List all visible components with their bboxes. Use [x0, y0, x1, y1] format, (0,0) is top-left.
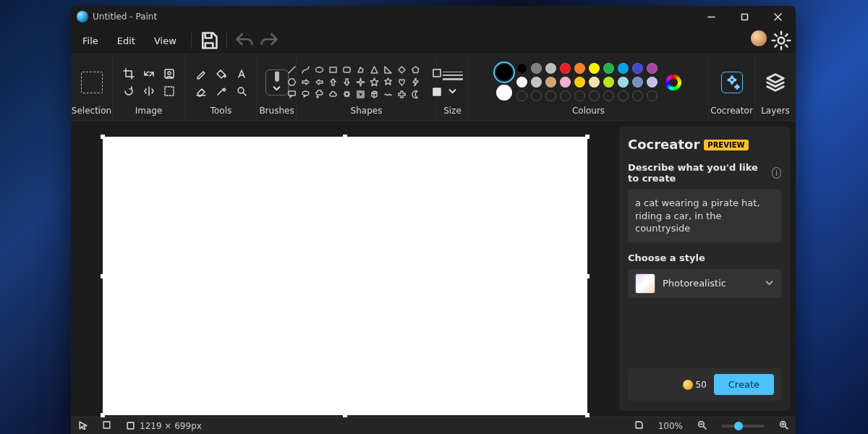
shape-curve[interactable] [301, 65, 311, 75]
flip-tool[interactable] [140, 83, 158, 99]
swatch[interactable] [618, 77, 629, 88]
rotate-tool[interactable] [119, 83, 138, 99]
maximize-button[interactable] [728, 6, 761, 27]
swatch[interactable] [574, 63, 585, 74]
zoom-out[interactable] [697, 420, 707, 432]
swatch[interactable] [574, 77, 585, 88]
shape-arrowl[interactable] [315, 77, 325, 88]
resize-tool[interactable] [140, 66, 158, 82]
redo-icon[interactable] [259, 30, 279, 51]
canvas[interactable] [103, 137, 587, 415]
swatch-empty[interactable] [560, 90, 571, 101]
swatch-empty[interactable] [618, 90, 629, 101]
swatch[interactable] [589, 63, 600, 74]
shape-oval[interactable] [315, 65, 325, 75]
shape-callround[interactable] [301, 90, 311, 100]
shape-arrowr[interactable] [301, 77, 311, 88]
swatch-empty[interactable] [647, 90, 658, 101]
swatch[interactable] [531, 77, 542, 88]
shape-callrect[interactable] [287, 90, 297, 100]
swatch[interactable] [647, 77, 658, 88]
save-status-icon [634, 420, 644, 432]
shape-diamond[interactable] [397, 65, 407, 75]
size-picker[interactable] [443, 69, 463, 95]
swatch-empty[interactable] [589, 90, 600, 101]
canvas-tool[interactable] [160, 83, 179, 99]
create-button[interactable]: Create [714, 374, 774, 395]
swatch-empty[interactable] [516, 90, 527, 101]
shape-bolt[interactable] [411, 77, 421, 88]
select-tool[interactable] [81, 72, 103, 93]
shape-tri[interactable] [370, 65, 380, 75]
shape-moon[interactable] [411, 90, 421, 100]
shape-poly[interactable] [356, 65, 366, 75]
swatch-empty[interactable] [574, 90, 585, 101]
style-picker[interactable]: Photorealistic [628, 269, 781, 298]
swatch-empty[interactable] [531, 90, 542, 101]
swatch[interactable] [545, 63, 556, 74]
swatch[interactable] [632, 77, 643, 88]
shape-star4[interactable] [356, 77, 366, 88]
menu-view[interactable]: View [147, 31, 184, 51]
shape-frame[interactable] [356, 90, 366, 100]
shapes-gallery[interactable] [287, 65, 422, 100]
shape-callcloud[interactable] [315, 90, 325, 100]
undo-icon[interactable] [234, 30, 255, 51]
menu-edit[interactable]: Edit [110, 31, 142, 51]
shape-arrowd[interactable] [342, 77, 352, 88]
shape-line[interactable] [287, 65, 297, 75]
swatch[interactable] [516, 77, 527, 88]
swatch[interactable] [560, 77, 571, 88]
shape-star6[interactable] [383, 77, 393, 88]
shape-rect[interactable] [328, 65, 339, 75]
swatch[interactable] [531, 63, 542, 74]
crop-tool[interactable] [119, 66, 138, 82]
shape-rtri[interactable] [383, 65, 393, 75]
zoom-in[interactable] [779, 420, 788, 432]
bg-remove-tool[interactable] [160, 66, 179, 82]
close-button[interactable] [761, 6, 794, 27]
shape-hex[interactable] [287, 77, 297, 88]
swatch[interactable] [603, 63, 614, 74]
layers-button[interactable] [765, 72, 786, 93]
shape-star5[interactable] [370, 77, 380, 88]
magnify-tool[interactable] [232, 83, 251, 99]
shape-wave[interactable] [383, 90, 393, 100]
color-primary[interactable] [496, 64, 512, 80]
prompt-input[interactable]: a cat wearing a pirate hat, riding a car… [628, 190, 781, 242]
settings-icon[interactable] [771, 30, 791, 51]
picker-tool[interactable] [212, 83, 231, 99]
shape-3d[interactable] [370, 90, 380, 100]
swatch[interactable] [618, 63, 629, 74]
shape-pent[interactable] [411, 65, 421, 75]
fill-tool[interactable] [212, 66, 231, 82]
swatch-empty[interactable] [603, 90, 614, 101]
minimize-button[interactable] [694, 6, 728, 27]
shape-burst[interactable] [342, 90, 352, 100]
info-icon[interactable]: i [772, 167, 781, 179]
color-secondary[interactable] [496, 85, 512, 101]
save-icon[interactable] [199, 30, 219, 51]
swatch[interactable] [516, 63, 527, 74]
edit-colors[interactable] [665, 75, 681, 90]
shape-heart[interactable] [397, 77, 407, 88]
swatch[interactable] [603, 77, 614, 88]
pencil-tool[interactable] [192, 66, 210, 82]
text-tool[interactable] [232, 66, 251, 82]
zoom-slider[interactable] [721, 425, 765, 427]
swatch-empty[interactable] [545, 90, 556, 101]
swatch[interactable] [560, 63, 571, 74]
shape-cloud[interactable] [328, 90, 339, 100]
shape-plus[interactable] [397, 90, 407, 100]
swatch[interactable] [647, 63, 658, 74]
swatch[interactable] [545, 77, 556, 88]
shape-roundrect[interactable] [342, 65, 352, 75]
account-avatar[interactable] [751, 30, 767, 46]
swatch-empty[interactable] [632, 90, 643, 101]
swatch[interactable] [589, 77, 600, 88]
menu-file[interactable]: File [75, 31, 106, 51]
shape-arrowu[interactable] [328, 77, 339, 88]
eraser-tool[interactable] [192, 83, 210, 99]
cocreator-button[interactable] [721, 72, 743, 93]
swatch[interactable] [632, 63, 643, 74]
